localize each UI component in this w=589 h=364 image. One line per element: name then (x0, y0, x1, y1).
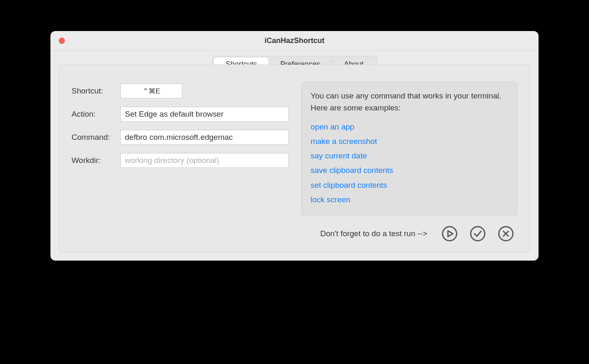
form-column: Shortcut: ⌃⌘E Action: Command: Workd (72, 81, 289, 216)
example-screenshot[interactable]: make a screenshot (311, 134, 508, 148)
example-open-app[interactable]: open an app (311, 120, 508, 134)
command-row: Command: (72, 130, 289, 145)
titlebar: iCanHazShortcut (50, 31, 539, 51)
action-label: Action: (72, 110, 117, 119)
hints-panel: You can use any command that works in yo… (301, 81, 517, 216)
window-title: iCanHazShortcut (50, 36, 539, 45)
close-window-button[interactable] (59, 38, 65, 44)
close-icon (498, 225, 514, 242)
content-panel: Shortcut: ⌃⌘E Action: Command: Workd (59, 65, 530, 252)
example-set-clipboard[interactable]: set clipboard contents (311, 178, 508, 192)
test-run-button[interactable] (441, 225, 459, 243)
app-window: iCanHazShortcut Shortcuts Preferences Ab… (50, 31, 539, 261)
svg-point-1 (471, 227, 485, 241)
workdir-label: Workdir: (72, 156, 117, 165)
shortcut-label: Shortcut: (72, 86, 117, 96)
example-save-clipboard[interactable]: save clipboard contents (311, 163, 508, 177)
hints-intro: You can use any command that works in yo… (311, 90, 508, 114)
action-input[interactable] (120, 107, 289, 122)
svg-point-0 (443, 227, 457, 241)
cancel-button[interactable] (497, 225, 515, 243)
example-lock-screen[interactable]: lock screen (311, 192, 508, 207)
action-row: Action: (72, 107, 289, 122)
play-icon (441, 225, 458, 242)
example-say-date[interactable]: say current date (311, 148, 508, 163)
check-icon (469, 225, 486, 242)
shortcut-row: Shortcut: ⌃⌘E (72, 84, 289, 98)
footer: Don't forget to do a test run --> (72, 225, 517, 243)
command-input[interactable] (120, 130, 289, 145)
command-label: Command: (72, 133, 117, 142)
panel-wrapper: Shortcut: ⌃⌘E Action: Command: Workd (50, 65, 539, 261)
workdir-row: Workdir: (72, 153, 289, 168)
footer-hint: Don't forget to do a test run --> (320, 229, 427, 238)
confirm-button[interactable] (469, 225, 487, 243)
workdir-input[interactable] (120, 153, 289, 168)
shortcut-input[interactable]: ⌃⌘E (120, 84, 182, 98)
